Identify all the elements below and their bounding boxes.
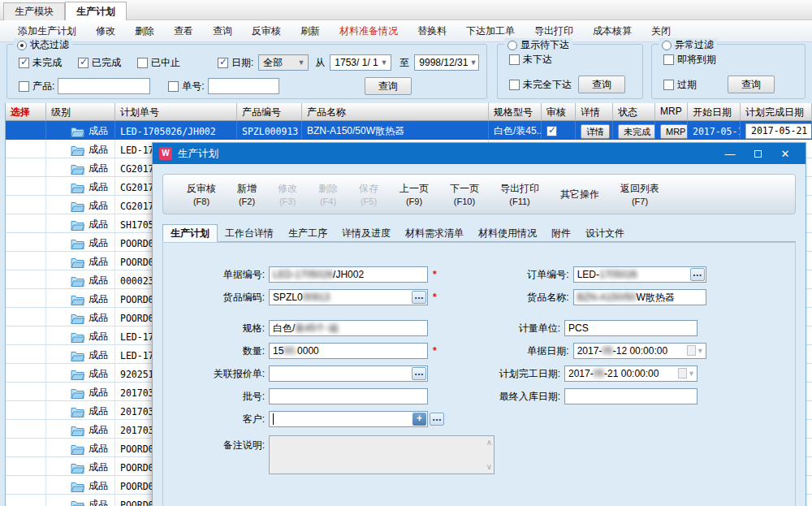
due-soon-checkbox[interactable]: 即将到期 bbox=[663, 53, 716, 67]
toolbar-item-2[interactable]: 删除 bbox=[125, 20, 164, 42]
cell-select[interactable] bbox=[6, 252, 46, 270]
dialog-button-返回列表[interactable]: 返回列表(F7) bbox=[610, 176, 670, 212]
status-checkbox-1[interactable]: 已完成 bbox=[78, 56, 121, 70]
toolbar-item-6[interactable]: 刷新 bbox=[291, 20, 330, 42]
abnormal-search-button[interactable]: 查询 bbox=[728, 76, 775, 93]
column-header-计划单号[interactable]: 计划单号 bbox=[115, 103, 237, 120]
calendar-picker-icon[interactable]: ▼ bbox=[678, 368, 695, 378]
batch-no-input[interactable] bbox=[269, 388, 428, 404]
toolbar-item-8[interactable]: 替换料 bbox=[408, 20, 456, 42]
cell-select[interactable] bbox=[6, 495, 46, 506]
cell-select[interactable] bbox=[6, 121, 46, 139]
status-filter-radio[interactable] bbox=[17, 41, 27, 50]
cell-select[interactable] bbox=[6, 158, 46, 176]
dialog-tab-详情及进度[interactable]: 详情及进度 bbox=[335, 225, 398, 243]
cell-select[interactable] bbox=[6, 233, 46, 251]
abnormal-filter-radio[interactable] bbox=[662, 41, 672, 50]
column-header-产品名称[interactable]: 产品名称 bbox=[302, 103, 489, 120]
status-search-button[interactable]: 查询 bbox=[365, 77, 412, 95]
toolbar-item-1[interactable]: 修改 bbox=[86, 20, 125, 42]
status-checkbox-2[interactable]: 已中止 bbox=[137, 56, 180, 70]
cell-audit[interactable] bbox=[542, 121, 576, 139]
date-filter-checkbox[interactable]: 日期: bbox=[218, 56, 253, 70]
status-checkbox-box-2[interactable] bbox=[137, 58, 148, 68]
item-code-input[interactable]: SPZL000913… bbox=[269, 289, 428, 305]
bill-no-input[interactable]: LED-1705026/JH002 bbox=[269, 266, 428, 283]
item-name-input[interactable]: BZN-A150/50W散热器 bbox=[573, 289, 706, 305]
maximize-icon[interactable] bbox=[744, 143, 771, 164]
order-no-lookup-button[interactable]: … bbox=[690, 268, 705, 281]
cell-select[interactable] bbox=[6, 177, 46, 195]
cell-select[interactable] bbox=[6, 196, 46, 214]
mrp-button[interactable]: MRP bbox=[660, 124, 688, 139]
minimize-icon[interactable]: — bbox=[716, 143, 744, 164]
remark-textarea[interactable]: ∧∨ bbox=[269, 435, 495, 474]
cell-select[interactable] bbox=[6, 327, 46, 344]
dialog-button-反审核[interactable]: 反审核(F8) bbox=[176, 176, 227, 212]
toolbar-item-7[interactable]: 材料准备情况 bbox=[330, 20, 408, 42]
cell-select[interactable] bbox=[6, 383, 46, 400]
cell-select[interactable] bbox=[6, 439, 46, 456]
column-header-级别[interactable]: 级别 bbox=[46, 103, 115, 120]
toolbar-item-4[interactable]: 查询 bbox=[203, 20, 242, 42]
cell-select[interactable] bbox=[6, 214, 46, 232]
column-header-计划完成日期[interactable]: 计划完成日期 bbox=[741, 103, 812, 120]
dialog-tab-材料需求清单[interactable]: 材料需求清单 bbox=[398, 225, 471, 243]
dialog-button-其它操作[interactable]: 其它操作 bbox=[550, 176, 610, 212]
column-header-MRP[interactable]: MRP bbox=[655, 103, 688, 120]
dialog-button-新增[interactable]: 新增(F2) bbox=[227, 176, 267, 212]
status-checkbox-box-1[interactable] bbox=[78, 58, 89, 68]
cell-select[interactable] bbox=[6, 289, 46, 307]
scroll-down-icon[interactable]: ∨ bbox=[486, 463, 492, 471]
dialog-tab-附件[interactable]: 附件 bbox=[544, 225, 578, 243]
product-filter-checkbox-box[interactable] bbox=[19, 81, 29, 92]
dialog-tab-设计文件[interactable]: 设计文件 bbox=[578, 225, 632, 243]
date-filter-checkbox-box[interactable] bbox=[218, 58, 228, 68]
status-checkbox-box-0[interactable] bbox=[19, 58, 29, 68]
column-header-状态[interactable]: 状态 bbox=[613, 103, 655, 120]
cell-select[interactable] bbox=[6, 364, 46, 382]
cell-detail[interactable]: 详情 bbox=[576, 121, 613, 139]
not-issued-checkbox[interactable]: 未下达 bbox=[509, 53, 552, 67]
column-header-审核[interactable]: 审核 bbox=[542, 103, 576, 120]
quote-ref-input[interactable]: … bbox=[269, 365, 428, 382]
quantity-input[interactable]: 1500.0000 bbox=[269, 343, 428, 359]
cell-select[interactable] bbox=[6, 270, 46, 288]
column-header-详情[interactable]: 详情 bbox=[576, 103, 613, 120]
cell-select[interactable] bbox=[6, 420, 46, 438]
bill-filter-checkbox[interactable]: 单号: bbox=[168, 80, 204, 93]
due-soon-checkbox-box[interactable] bbox=[663, 54, 674, 65]
cell-select[interactable] bbox=[6, 140, 46, 158]
cell-select[interactable] bbox=[6, 345, 46, 363]
detail-button[interactable]: 详情 bbox=[581, 124, 610, 139]
not-fully-issued-checkbox-box[interactable] bbox=[509, 80, 520, 90]
tab-production-module[interactable]: 生产模块 bbox=[3, 2, 65, 20]
bill-filter-input[interactable] bbox=[208, 78, 279, 94]
column-header-开始日期[interactable]: 开始日期 bbox=[688, 103, 741, 120]
toolbar-item-3[interactable]: 查看 bbox=[164, 20, 203, 42]
calendar-picker-icon[interactable]: ▼ bbox=[687, 345, 704, 356]
column-header-规格型号[interactable]: 规格型号 bbox=[489, 103, 542, 120]
customer-lookup-button[interactable]: … bbox=[430, 413, 444, 426]
status-checkbox-0[interactable]: 未完成 bbox=[19, 56, 62, 70]
cell-select[interactable] bbox=[6, 401, 46, 419]
cell-select[interactable] bbox=[6, 308, 46, 326]
cell-mrp[interactable]: MRP bbox=[655, 121, 688, 139]
pending-search-button[interactable]: 查询 bbox=[578, 76, 625, 93]
toolbar-item-11[interactable]: 成本核算 bbox=[583, 20, 641, 42]
date-range-select[interactable]: 全部 ▼ bbox=[258, 54, 309, 71]
not-issued-checkbox-box[interactable] bbox=[509, 54, 520, 65]
date-to-select[interactable]: 9998/12/31 ▼ bbox=[414, 54, 479, 71]
dialog-titlebar[interactable]: W 生产计划 — ✕ bbox=[153, 143, 806, 164]
item-code-lookup-button[interactable]: … bbox=[412, 291, 426, 304]
not-fully-issued-checkbox[interactable]: 未完全下达 bbox=[509, 78, 572, 92]
cell-select[interactable] bbox=[6, 476, 46, 494]
order-no-input[interactable]: LED-1705026… bbox=[573, 266, 706, 283]
scroll-up-icon[interactable]: ∧ bbox=[486, 439, 492, 447]
dialog-button-下一页[interactable]: 下一页(F10) bbox=[439, 176, 490, 212]
product-filter-checkbox[interactable]: 产品: bbox=[19, 80, 54, 93]
dialog-tab-生产工序[interactable]: 生产工序 bbox=[281, 225, 335, 243]
date-from-select[interactable]: 1753/ 1/ 1 ▼ bbox=[330, 54, 391, 71]
dialog-tab-工作台详情[interactable]: 工作台详情 bbox=[218, 225, 281, 243]
bill-date-input[interactable]: 2017-05-12 00:00:00▼ bbox=[573, 343, 706, 359]
